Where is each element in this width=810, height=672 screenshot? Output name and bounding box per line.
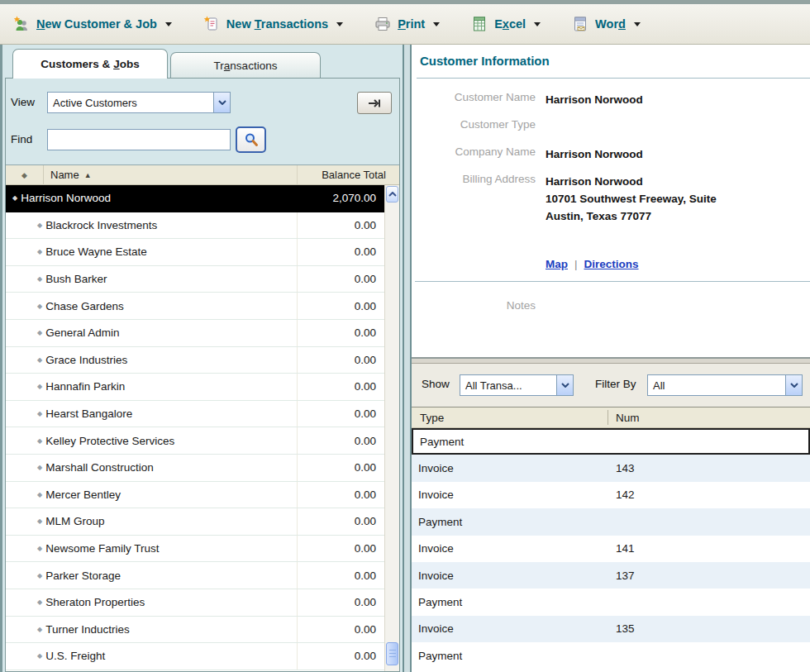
transaction-num: 137 bbox=[616, 570, 635, 582]
diamond-bullet-icon: ◆ bbox=[37, 598, 42, 606]
scrollbar-thumb[interactable] bbox=[386, 642, 398, 665]
toolbar-button[interactable]: New Transactions bbox=[203, 16, 343, 32]
dropdown-caret-icon[interactable] bbox=[634, 22, 641, 26]
customer-row[interactable]: ◆ Grace Industries 0.00 bbox=[6, 347, 384, 374]
customers-rows: ◆ Harrison Norwood 2,070.00 ◆ Blackrock … bbox=[6, 185, 384, 671]
transactions-table-header[interactable]: Type Num bbox=[412, 407, 810, 428]
customer-row[interactable]: ◆ Bush Barker 0.00 bbox=[6, 266, 384, 293]
show-dropdown[interactable]: All Transa... bbox=[460, 374, 574, 396]
dropdown-caret-icon[interactable] bbox=[165, 22, 172, 26]
map-link[interactable]: Map bbox=[546, 258, 568, 270]
customer-name: Sheraton Properties bbox=[45, 596, 145, 608]
dropdown-caret-icon[interactable] bbox=[336, 22, 343, 26]
transaction-num: 135 bbox=[616, 622, 635, 635]
find-search-button[interactable] bbox=[236, 126, 266, 153]
transaction-type: Invoice bbox=[412, 489, 454, 501]
customer-information-panel: Customer Information Customer Name Harri… bbox=[412, 45, 810, 672]
customer-row[interactable]: ◆ Kelley Protective Services 0.00 bbox=[6, 427, 384, 455]
balance-column-header[interactable]: Balance Total bbox=[322, 169, 399, 181]
filter-by-dropdown[interactable]: All bbox=[647, 374, 803, 396]
customer-row[interactable]: ◆ Mercer Bentley 0.00 bbox=[6, 482, 384, 509]
transaction-row[interactable]: Invoice 141 bbox=[412, 536, 810, 562]
transaction-row[interactable]: Invoice 137 bbox=[412, 562, 810, 589]
view-dropdown[interactable]: Active Customers bbox=[47, 92, 231, 113]
sort-ascending-icon: ▲ bbox=[84, 171, 92, 179]
customer-row[interactable]: ◆ Blackrock Investments 0.00 bbox=[6, 212, 384, 240]
customer-row[interactable]: ◆ MLM Group 0.00 bbox=[6, 508, 384, 536]
diamond-bullet-icon: ◆ bbox=[37, 329, 42, 336]
field-label: Billing Address bbox=[412, 173, 536, 225]
customer-name: Turner Inductries bbox=[45, 623, 130, 636]
transaction-row[interactable]: Payment bbox=[412, 428, 810, 455]
customer-balance: 0.00 bbox=[355, 650, 384, 662]
toolbar-button[interactable]: New Customer & Job bbox=[13, 16, 172, 32]
customer-balance: 0.00 bbox=[355, 461, 384, 474]
find-input[interactable] bbox=[47, 129, 231, 150]
dropdown-caret-icon[interactable] bbox=[534, 22, 541, 26]
customer-name: Newsome Family Trust bbox=[45, 542, 159, 555]
new-transactions-icon bbox=[203, 16, 220, 32]
transaction-type: Payment bbox=[412, 516, 462, 528]
customer-row[interactable]: ◆ General Admin 0.00 bbox=[6, 320, 384, 347]
customer-row[interactable]: ◆ Turner Inductries 0.00 bbox=[6, 617, 384, 644]
column-separator bbox=[608, 410, 608, 425]
print-icon bbox=[374, 16, 391, 32]
transaction-type: Invoice bbox=[412, 542, 454, 555]
field-label: Company Name bbox=[412, 145, 536, 163]
toolbar-button[interactable]: Print bbox=[374, 16, 440, 32]
tab-customers-and-jobs[interactable]: Customers & Jobs bbox=[12, 49, 168, 79]
customer-row[interactable]: ◆ Hearst Bangalore 0.00 bbox=[6, 401, 384, 428]
notes-divider bbox=[415, 281, 810, 282]
type-column-header[interactable]: Type bbox=[412, 412, 444, 424]
name-column-header[interactable]: Name bbox=[44, 169, 79, 181]
transaction-row[interactable]: Payment bbox=[412, 589, 810, 615]
panel-splitter[interactable] bbox=[403, 45, 412, 672]
toolbar-button[interactable]: Word bbox=[572, 16, 641, 32]
customers-scrollbar[interactable] bbox=[384, 185, 399, 671]
customer-balance: 0.00 bbox=[355, 542, 384, 555]
notes-label: Notes bbox=[412, 299, 536, 312]
customer-row[interactable]: ◆ Marshall Construction 0.00 bbox=[6, 455, 384, 482]
chevron-down-icon[interactable] bbox=[213, 93, 230, 112]
scroll-up-icon[interactable] bbox=[386, 186, 398, 203]
transaction-type: Invoice bbox=[412, 462, 454, 474]
transaction-row[interactable]: Invoice 135 bbox=[412, 616, 810, 642]
tab-transactions[interactable]: Transactions bbox=[170, 52, 321, 78]
toolbar-button[interactable]: Excel bbox=[471, 16, 541, 32]
chevron-down-icon[interactable] bbox=[556, 375, 573, 395]
filter-dropdown-value: All bbox=[648, 379, 785, 392]
customer-row[interactable]: ◆ Harrison Norwood 2,070.00 bbox=[6, 185, 384, 212]
customer-row[interactable]: ◆ U.S. Freight 0.00 bbox=[6, 643, 384, 670]
transaction-row[interactable]: Payment bbox=[412, 508, 810, 535]
panel-tabs: Customers & Jobs Transactions bbox=[12, 49, 321, 79]
customer-row[interactable]: ◆ Chase Gardens 0.00 bbox=[6, 293, 384, 320]
dropdown-caret-icon[interactable] bbox=[433, 22, 440, 26]
customer-balance: 0.00 bbox=[355, 515, 384, 527]
transaction-row[interactable]: Invoice 143 bbox=[412, 455, 810, 481]
transaction-row[interactable]: Payment bbox=[412, 642, 810, 669]
customer-balance: 0.00 bbox=[355, 596, 384, 608]
customer-name: Mercer Bentley bbox=[45, 489, 121, 501]
horizontal-splitter[interactable] bbox=[412, 357, 810, 364]
customer-row[interactable]: ◆ Parker Storage 0.00 bbox=[6, 562, 384, 589]
customers-list-header[interactable]: ◆ Name ▲ Balance Total bbox=[6, 165, 399, 185]
customer-name: Harrison Norwood bbox=[21, 192, 111, 204]
diamond-bullet-icon: ◆ bbox=[37, 356, 42, 364]
customer-row[interactable]: ◆ Bruce Wayne Estate 0.00 bbox=[6, 239, 384, 266]
customer-row[interactable]: ◆ Newsome Family Trust 0.00 bbox=[6, 536, 384, 563]
info-field: Customer Name Harrison Norwood bbox=[412, 91, 643, 108]
customer-row[interactable]: ◆ Sheraton Properties 0.00 bbox=[6, 589, 384, 617]
collapse-panel-button[interactable] bbox=[357, 92, 392, 114]
show-dropdown-value: All Transa... bbox=[460, 379, 556, 392]
customer-balance: 0.00 bbox=[355, 273, 384, 285]
directions-link[interactable]: Directions bbox=[584, 258, 639, 270]
transaction-row[interactable]: Invoice 142 bbox=[412, 482, 810, 508]
num-column-header[interactable]: Num bbox=[616, 412, 640, 424]
transactions-filter-bar: Show All Transa... Filter By All bbox=[412, 364, 810, 407]
customer-balance: 0.00 bbox=[355, 300, 384, 312]
address-links: Map|Directions bbox=[546, 258, 639, 270]
chevron-down-icon[interactable] bbox=[785, 375, 802, 395]
customer-row[interactable]: ◆ Hannafin Parkin 0.00 bbox=[6, 374, 384, 401]
customer-name: Bruce Wayne Estate bbox=[45, 245, 147, 258]
transaction-num: 143 bbox=[616, 462, 635, 474]
